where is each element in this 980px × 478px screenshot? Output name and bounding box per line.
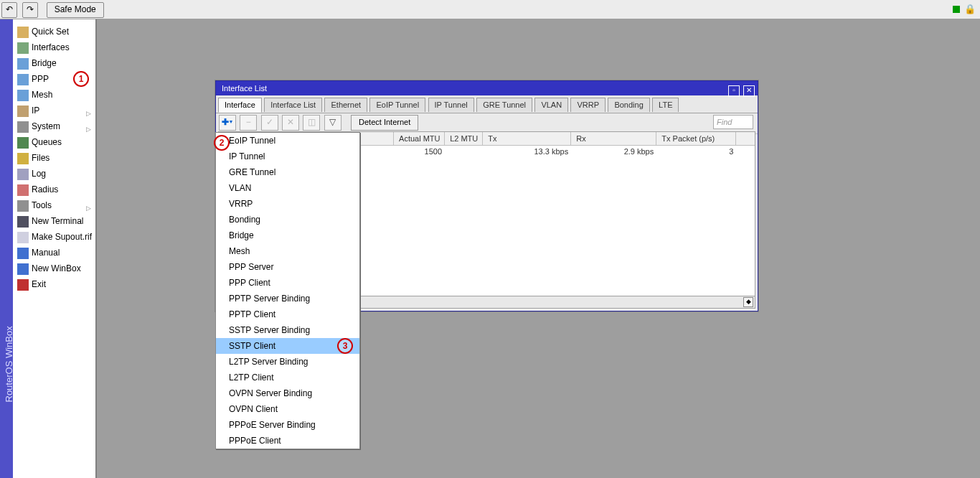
interfaces-icon [17, 42, 29, 54]
quick-set-icon [17, 27, 29, 38]
tab-vlan[interactable]: VLAN [534, 98, 568, 112]
detect-internet-button[interactable]: Detect Internet [351, 115, 418, 131]
scroll-right-button[interactable]: ◆ [743, 297, 753, 307]
menu-item-vrrp[interactable]: VRRP [216, 196, 359, 212]
add-button[interactable]: ✚▼ [219, 115, 236, 131]
sidebar-item-interfaces[interactable]: Interfaces [13, 39, 95, 55]
column-tx-packet[interactable]: Tx Packet (p/s) [659, 132, 736, 145]
menu-item-ip-tunnel[interactable]: IP Tunnel [216, 149, 359, 164]
bridge-icon [17, 58, 29, 70]
menu-item-pptp-server-binding[interactable]: PPTP Server Binding [216, 291, 359, 306]
sidebar-item-label: Manual [32, 248, 60, 258]
menu-item-pppoe-client[interactable]: PPPoE Client [216, 433, 359, 449]
status-indicators: 🔒 [953, 4, 976, 14]
sidebar-item-label: IP [32, 106, 39, 116]
sidebar: Quick Set Interfaces Bridge PPP 1 Mesh I… [13, 19, 97, 478]
sidebar-item-tools[interactable]: Tools▷ [13, 197, 95, 213]
desktop-area: Interface List ▫ ✕ Interface Interface L… [97, 19, 980, 478]
window-titlebar[interactable]: Interface List ▫ ✕ [216, 81, 758, 95]
undo-button[interactable]: ↶ [1, 2, 17, 18]
cell-l2mtu [447, 146, 483, 157]
radius-icon [17, 184, 29, 196]
window-title: Interface List [222, 84, 267, 93]
tab-vrrp[interactable]: VRRP [570, 98, 606, 112]
comment-button[interactable]: ◫ [303, 115, 320, 131]
add-interface-menu: EoIP Tunnel IP Tunnel GRE Tunnel VLAN VR… [215, 132, 360, 449]
menu-item-ppp-client[interactable]: PPP Client [216, 275, 359, 291]
menu-item-pptp-client[interactable]: PPTP Client [216, 306, 359, 322]
tab-bonding[interactable]: Bonding [608, 98, 649, 112]
column-actual-mtu[interactable]: Actual MTU [396, 132, 445, 145]
column-rx[interactable]: Rx [573, 132, 656, 145]
menu-item-bridge[interactable]: Bridge [216, 228, 359, 243]
lock-icon: 🔒 [964, 4, 976, 14]
menu-item-ovpn-client[interactable]: OVPN Client [216, 401, 359, 417]
sidebar-item-system[interactable]: System▷ [13, 118, 95, 134]
sidebar-item-mesh[interactable]: Mesh [13, 87, 95, 103]
sidebar-item-manual[interactable]: Manual [13, 245, 95, 261]
sidebar-item-files[interactable]: Files [13, 150, 95, 166]
menu-item-gre-tunnel[interactable]: GRE Tunnel [216, 164, 359, 180]
annotation-2: 2 [214, 135, 230, 151]
cell-txpkt: 3 [659, 146, 736, 157]
sidebar-item-ip[interactable]: IP▷ [13, 103, 95, 118]
find-input[interactable]: Find [713, 115, 753, 129]
winbox-icon [17, 263, 29, 275]
annotation-3: 3 [337, 338, 353, 354]
files-icon [17, 153, 29, 164]
sidebar-item-ppp[interactable]: PPP 1 [13, 71, 95, 87]
menu-item-l2tp-client[interactable]: L2TP Client [216, 370, 359, 385]
sidebar-item-make-supout[interactable]: Make Supout.rif [13, 229, 95, 245]
cell-tx: 13.3 kbps [485, 146, 571, 157]
sidebar-item-label: Log [32, 169, 46, 179]
tab-lte[interactable]: LTE [652, 98, 679, 112]
menu-item-vlan[interactable]: VLAN [216, 180, 359, 196]
mesh-icon [17, 90, 29, 101]
menu-item-pppoe-server-binding[interactable]: PPPoE Server Binding [216, 417, 359, 433]
sidebar-item-label: New WinBox [32, 263, 81, 273]
window-restore-button[interactable]: ▫ [728, 85, 740, 97]
sidebar-item-exit[interactable]: Exit [13, 276, 95, 292]
sidebar-item-bridge[interactable]: Bridge [13, 55, 95, 71]
menu-item-eoip-tunnel[interactable]: EoIP Tunnel [216, 133, 359, 149]
tab-interface-list[interactable]: Interface List [264, 98, 322, 112]
sidebar-item-new-winbox[interactable]: New WinBox [13, 261, 95, 276]
sidebar-item-label: New Terminal [32, 216, 83, 226]
sidebar-item-queues[interactable]: Queues [13, 134, 95, 150]
column-tx[interactable]: Tx [485, 132, 571, 145]
sidebar-item-quick-set[interactable]: Quick Set [13, 24, 95, 39]
brand-strip: RouterOS WinBox [0, 19, 13, 478]
menu-item-mesh[interactable]: Mesh [216, 243, 359, 259]
supout-icon [17, 232, 29, 243]
menu-item-ovpn-server-binding[interactable]: OVPN Server Binding [216, 385, 359, 401]
cell-mtu: 1500 [396, 146, 445, 157]
manual-icon [17, 248, 29, 259]
filter-button[interactable]: ▽ [324, 115, 341, 131]
log-icon [17, 169, 29, 180]
disable-button[interactable]: ✕ [282, 115, 299, 131]
tab-eoip-tunnel[interactable]: EoIP Tunnel [369, 98, 425, 112]
menu-item-bonding[interactable]: Bonding [216, 212, 359, 228]
column-l2-mtu[interactable]: L2 MTU [447, 132, 483, 145]
menu-item-sstp-server-binding[interactable]: SSTP Server Binding [216, 322, 359, 338]
ppp-icon [17, 74, 29, 85]
plus-icon: ✚ [222, 117, 229, 127]
sidebar-item-label: PPP [32, 74, 49, 84]
safe-mode-button[interactable]: Safe Mode [47, 2, 104, 18]
tab-ip-tunnel[interactable]: IP Tunnel [428, 98, 474, 112]
enable-button[interactable]: ✓ [261, 115, 278, 131]
sidebar-item-new-terminal[interactable]: New Terminal [13, 213, 95, 229]
window-close-button[interactable]: ✕ [743, 85, 755, 97]
remove-button[interactable]: − [240, 115, 257, 131]
sidebar-item-label: Files [32, 153, 50, 163]
sidebar-item-log[interactable]: Log [13, 166, 95, 182]
sidebar-item-label: Quick Set [32, 27, 69, 37]
tools-icon [17, 200, 29, 212]
tab-interface[interactable]: Interface [218, 98, 262, 113]
tab-gre-tunnel[interactable]: GRE Tunnel [476, 98, 532, 112]
redo-button[interactable]: ↷ [22, 2, 38, 18]
menu-item-ppp-server[interactable]: PPP Server [216, 259, 359, 275]
tab-ethernet[interactable]: Ethernet [324, 98, 367, 112]
menu-item-l2tp-server-binding[interactable]: L2TP Server Binding [216, 354, 359, 370]
sidebar-item-radius[interactable]: Radius [13, 182, 95, 197]
